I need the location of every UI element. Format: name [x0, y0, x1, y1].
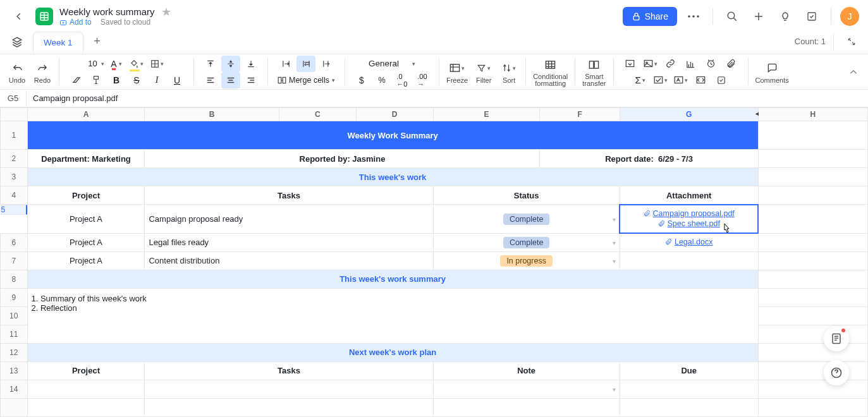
row-header[interactable]: 3	[1, 168, 28, 186]
filter-button[interactable]: ▾	[474, 60, 493, 76]
add-tab-button[interactable]: +	[89, 35, 106, 48]
row-header[interactable]: 7	[1, 251, 28, 270]
cell[interactable]: Legal files ready	[145, 233, 433, 251]
checklist-icon[interactable]	[802, 6, 822, 27]
bold-button[interactable]: B	[107, 72, 126, 88]
attachment-cell-selected[interactable]: Campaign proposal.pdf Spec sheet.pdf	[620, 205, 758, 234]
col-header[interactable]: E	[433, 108, 540, 121]
select-all-corner[interactable]	[1, 108, 28, 121]
sheets-list-icon[interactable]	[6, 31, 28, 52]
halign-center-button[interactable]	[221, 72, 240, 88]
col-header[interactable]: G◀▶	[620, 108, 758, 121]
section-header[interactable]: Next week's work plan	[27, 343, 758, 361]
percent-button[interactable]: %	[372, 72, 391, 88]
wrap-overflow-button[interactable]	[276, 56, 295, 72]
col-header[interactable]: B	[145, 108, 279, 121]
strike-button[interactable]: S	[127, 72, 146, 88]
expand-icon[interactable]	[841, 32, 862, 52]
help-fab[interactable]	[824, 360, 849, 385]
wrap-auto-button[interactable]	[296, 56, 315, 72]
col-label[interactable]: Attachment	[620, 186, 758, 205]
col-label[interactable]: Project	[27, 361, 145, 380]
cell[interactable]: Reported by: Jasmine	[145, 150, 540, 168]
clear-format-button[interactable]	[66, 72, 85, 88]
cell[interactable]: Report date: 6/29 - 7/3	[540, 150, 758, 168]
col-header[interactable]: F	[540, 108, 620, 121]
section-header[interactable]: This week's work	[27, 168, 758, 186]
search-icon[interactable]	[722, 6, 742, 27]
redo-button[interactable]	[33, 60, 52, 76]
attachment-cell[interactable]: Legal.docx	[620, 233, 758, 251]
cell[interactable]	[620, 251, 758, 270]
cell[interactable]: Department: Marketing	[27, 150, 145, 168]
image-button[interactable]: ▾	[641, 56, 660, 72]
row-header[interactable]: 6	[1, 233, 28, 251]
col-header[interactable]: H	[758, 108, 867, 121]
col-label[interactable]: Note	[433, 361, 620, 380]
valign-bot-button[interactable]	[241, 56, 260, 72]
freeze-button[interactable]: ▾	[448, 60, 467, 76]
row-header[interactable]: 12	[1, 343, 28, 361]
col-header[interactable]: D	[356, 108, 433, 121]
row-header[interactable]: 1	[1, 121, 28, 150]
row-header[interactable]	[1, 398, 28, 416]
share-button[interactable]: Share	[623, 7, 677, 26]
pivot-button[interactable]	[692, 72, 711, 88]
summary-cell[interactable]: 1. Summary of this week's work2. Reflect…	[27, 288, 758, 343]
dec-inc-button[interactable]: .0←0	[393, 72, 412, 88]
more-icon[interactable]	[683, 6, 704, 27]
fill-color-button[interactable]: ▾	[127, 56, 146, 72]
row-header[interactable]: 11	[1, 325, 28, 343]
avatar[interactable]: J	[840, 7, 859, 26]
row-header[interactable]: 2	[1, 150, 28, 168]
attachment-link[interactable]: Legal.docx	[665, 238, 712, 246]
cell[interactable]: Project A	[27, 205, 145, 234]
col-label[interactable]: Due	[620, 361, 758, 380]
status-cell[interactable]	[433, 380, 620, 398]
attachment-link[interactable]: Spec sheet.pdf	[658, 219, 720, 228]
number-format-select[interactable]: General▾	[365, 56, 419, 72]
row-header[interactable]: 5	[1, 205, 27, 215]
text-color-button[interactable]: A▾	[107, 56, 126, 72]
formula-value[interactable]: Campaign proposal.pdf	[27, 91, 868, 106]
dec-dec-button[interactable]: .00→	[413, 72, 432, 88]
spreadsheet[interactable]: A B C D E F G◀▶ H 1Weekly Work Summary 2…	[0, 107, 868, 417]
valign-mid-button[interactable]	[221, 56, 240, 72]
underline-button[interactable]: U	[168, 72, 186, 88]
checkbox-button[interactable]	[712, 72, 731, 88]
valign-top-button[interactable]	[201, 56, 220, 72]
title-cell[interactable]: Weekly Work Summary	[27, 121, 758, 150]
plus-icon[interactable]	[749, 6, 769, 27]
data-valid-button[interactable]: ▾	[651, 72, 670, 88]
attachment-button[interactable]	[722, 56, 741, 72]
comments-button[interactable]	[762, 60, 781, 76]
comments-fab[interactable]	[824, 326, 849, 351]
row-header[interactable]: 4	[1, 186, 28, 205]
bulb-icon[interactable]	[775, 6, 795, 27]
col-label[interactable]: Project	[27, 186, 145, 205]
col-label[interactable]: Tasks	[145, 186, 433, 205]
star-icon[interactable]: ★	[161, 6, 171, 19]
halign-left-button[interactable]	[201, 72, 220, 88]
document-title[interactable]: Weekly work summary	[59, 6, 155, 17]
borders-button[interactable]: ▾	[147, 56, 166, 72]
tab-week1[interactable]: Week 1	[33, 32, 83, 53]
find-replace-button[interactable]: ▾	[671, 72, 690, 88]
cell[interactable]: Project A	[27, 251, 145, 270]
back-button[interactable]	[9, 6, 29, 27]
status-cell[interactable]: In progress	[433, 251, 620, 270]
currency-button[interactable]: $	[352, 72, 371, 88]
cell[interactable]: Content distribution	[145, 251, 433, 270]
italic-button[interactable]: I	[147, 72, 166, 88]
cell[interactable]: Project A	[27, 233, 145, 251]
col-header[interactable]: C	[279, 108, 356, 121]
status-cell[interactable]: Complete	[433, 205, 620, 234]
cell-reference[interactable]: G5	[0, 91, 27, 106]
attachment-link[interactable]: Campaign proposal.pdf	[644, 209, 735, 218]
row-header[interactable]: 8	[1, 270, 28, 288]
link-button[interactable]	[661, 56, 680, 72]
status-cell[interactable]: Complete	[433, 233, 620, 251]
sort-button[interactable]: ▾	[499, 60, 518, 76]
add-to-button[interactable]: Add to	[59, 18, 92, 27]
font-size-select[interactable]: 10▾	[87, 56, 106, 72]
